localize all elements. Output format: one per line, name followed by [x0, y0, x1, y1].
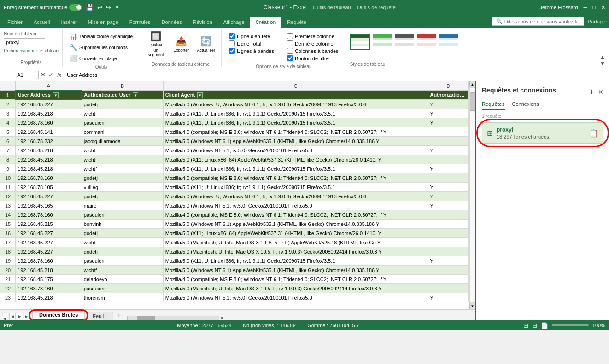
- moyenne-value: Moyenne : 20771.69524: [177, 323, 232, 328]
- filter-arrow-b[interactable]: ▼: [133, 92, 138, 98]
- supprimer-doublons-btn[interactable]: 🔧 Supprimer les doublons: [66, 42, 131, 52]
- tab-fichier[interactable]: Fichier: [2, 17, 28, 28]
- tab-formules[interactable]: Formules: [124, 17, 156, 28]
- ribbon-search-box[interactable]: 🔍: [492, 17, 584, 26]
- rp-tab-connexions[interactable]: Connexions: [512, 101, 539, 110]
- tab-creation[interactable]: Création: [250, 17, 282, 28]
- tab-mise-en-page[interactable]: Mise en page: [82, 17, 124, 28]
- sheet-with-scroll: A B C D 1 User Address ▼: [0, 81, 475, 309]
- maximize-btn[interactable]: □: [592, 5, 596, 10]
- somme-value: Somme : 760119415.7: [308, 323, 359, 328]
- refresh-label: Actualiser: [197, 48, 215, 52]
- filename-label: Classeur1 - Excel: [264, 4, 307, 11]
- col-a-header[interactable]: User Address ▼: [16, 91, 82, 100]
- table-row: 7 192.168.45.218 wichtf Mozilla/5.0 (Win…: [0, 146, 469, 155]
- zoom-slider[interactable]: [552, 324, 589, 326]
- col-d-header[interactable]: Authorization St ▼: [428, 91, 468, 100]
- autosave-switch[interactable]: [69, 4, 82, 11]
- tableau-croise-btn[interactable]: 📊 Tableau croisé dynamique: [66, 31, 136, 41]
- col-c-header[interactable]: Client Agent ▼: [163, 91, 428, 100]
- cell-reference-input[interactable]: [2, 71, 39, 79]
- nb-non-vides-value: Nb (non vides) : 146384: [243, 323, 297, 328]
- formula-controls: ✕ ✓: [41, 71, 53, 78]
- sheet-nav-first[interactable]: |◄: [2, 313, 8, 319]
- panel-expand-icon[interactable]: ⬇: [589, 88, 594, 96]
- quick-access-more[interactable]: ▼: [115, 5, 119, 10]
- formula-input[interactable]: [65, 72, 607, 78]
- cancel-formula-btn[interactable]: ✕: [41, 71, 46, 78]
- tab-requete[interactable]: Requête: [281, 17, 312, 28]
- scroll-thumb[interactable]: [470, 92, 475, 111]
- save-icon[interactable]: 💾: [86, 4, 94, 11]
- sheet-nav-last[interactable]: ►|: [24, 313, 30, 319]
- col-header-A[interactable]: A: [16, 81, 82, 91]
- ribbon-group-options: Ligne d'en-tête Ligne Total Lignes à ban…: [222, 29, 346, 67]
- panel-close-icon[interactable]: ✕: [598, 88, 603, 96]
- view-page-icon[interactable]: 📄: [541, 322, 548, 329]
- table-row: 3 192.168.45.218 wichtf Mozilla/5.0 (X11…: [0, 109, 469, 118]
- undo-icon[interactable]: ↩: [97, 4, 102, 11]
- right-panel: Requêtes et connexions ⬇ ✕ Requêtes Conn…: [475, 81, 609, 320]
- sheet-scroll-area: A B C D 1 User Address ▼: [0, 81, 469, 309]
- autosave-toggle[interactable]: Enregistrement automatique: [4, 4, 82, 11]
- styles-expand-btn[interactable]: ▲▼: [600, 54, 605, 67]
- convertir-plage-btn[interactable]: ⬜ Convertir en plage: [66, 53, 120, 64]
- col-header-B[interactable]: B: [82, 81, 163, 91]
- table-style-4[interactable]: [416, 34, 437, 50]
- view-normal-icon[interactable]: ⊞: [523, 322, 528, 329]
- ribbon-search-input[interactable]: [504, 19, 578, 24]
- hscroll-right-btn[interactable]: ►: [220, 315, 225, 320]
- filter-arrow-a[interactable]: ▼: [53, 92, 59, 98]
- check-lignes-bandes[interactable]: Lignes à bandes: [229, 48, 274, 54]
- table-style-3[interactable]: [394, 34, 415, 50]
- view-layout-icon[interactable]: ⊟: [532, 322, 537, 329]
- scroll-track[interactable]: [469, 87, 476, 303]
- actualiser-btn[interactable]: 🔄 Actualiser: [194, 31, 217, 57]
- check-ligne-entete[interactable]: Ligne d'en-tête: [229, 33, 274, 39]
- dedup-icon: 🔧: [70, 44, 77, 51]
- query-item[interactable]: ⊞ proxyl 18 297 lignes chargées. 📋: [482, 122, 603, 144]
- formula-bar: ✕ ✓ fx: [0, 69, 609, 81]
- table-name-input[interactable]: [4, 38, 45, 46]
- scroll-up-btn[interactable]: ▲: [469, 81, 476, 87]
- table-row: 6 192.168.78.232 jacotguillarmoda Mozill…: [0, 137, 469, 146]
- share-btn[interactable]: Partager: [588, 19, 607, 24]
- col-b-header[interactable]: Authenticated User ▼: [82, 91, 163, 100]
- add-sheet-btn[interactable]: +: [114, 310, 123, 319]
- exporter-btn[interactable]: 📤 Exporter: [170, 31, 193, 57]
- tab-accueil[interactable]: Accueil: [28, 17, 55, 28]
- close-btn[interactable]: ✕: [601, 5, 605, 11]
- table-row: 12 192.168.45.227 godetj Mozilla/5.0 (Wi…: [0, 192, 469, 201]
- check-bouton-filtre[interactable]: Bouton de filtre: [287, 55, 339, 61]
- col-header-D[interactable]: D: [428, 81, 468, 91]
- inserer-segment-btn[interactable]: 🔲 Insérer un segment: [144, 31, 168, 57]
- confirm-formula-btn[interactable]: ✓: [48, 71, 53, 78]
- sheet-tab-donnees-brutes[interactable]: Données Brutes: [32, 311, 85, 320]
- ribbon-group-external: 🔲 Insérer un segment 📤 Exporter 🔄 Actual…: [140, 29, 222, 67]
- col-header-C[interactable]: C: [163, 81, 428, 91]
- table-style-5[interactable]: [439, 34, 459, 50]
- sheet-nav-next[interactable]: ►: [17, 313, 23, 319]
- tab-donnees[interactable]: Données: [156, 17, 187, 28]
- sheet-tab-feuil1[interactable]: Feuil1: [86, 312, 113, 320]
- vertical-scrollbar[interactable]: ▲ ▼: [469, 81, 475, 309]
- external-group-label: Données de tableau externe: [144, 61, 217, 67]
- table-style-1[interactable]: [350, 34, 370, 50]
- check-colonnes-bandes[interactable]: Colonnes à bandes: [287, 48, 339, 54]
- table-style-2[interactable]: [372, 34, 392, 50]
- sheet-nav-prev[interactable]: ◄: [9, 313, 16, 319]
- check-premiere-col[interactable]: Première colonne: [287, 33, 339, 39]
- tab-affichage[interactable]: Affichage: [218, 17, 250, 28]
- tab-inserer[interactable]: Insérer: [55, 17, 82, 28]
- redo-icon[interactable]: ↪: [106, 4, 111, 11]
- rp-tab-requetes[interactable]: Requêtes: [482, 101, 505, 110]
- query-edit-icon[interactable]: 📋: [589, 129, 598, 138]
- check-ligne-total[interactable]: Ligne Total: [229, 40, 274, 46]
- tab-revision[interactable]: Révision: [187, 17, 218, 28]
- scroll-down-btn[interactable]: ▼: [469, 303, 476, 309]
- check-derniere-col[interactable]: Dernière colonne: [287, 40, 339, 46]
- filter-arrow-c[interactable]: ▼: [197, 92, 203, 98]
- resize-table-btn[interactable]: Redimensionner le tableau: [4, 48, 59, 53]
- query-name: proxyl: [497, 127, 550, 133]
- minimize-btn[interactable]: ─: [584, 5, 587, 10]
